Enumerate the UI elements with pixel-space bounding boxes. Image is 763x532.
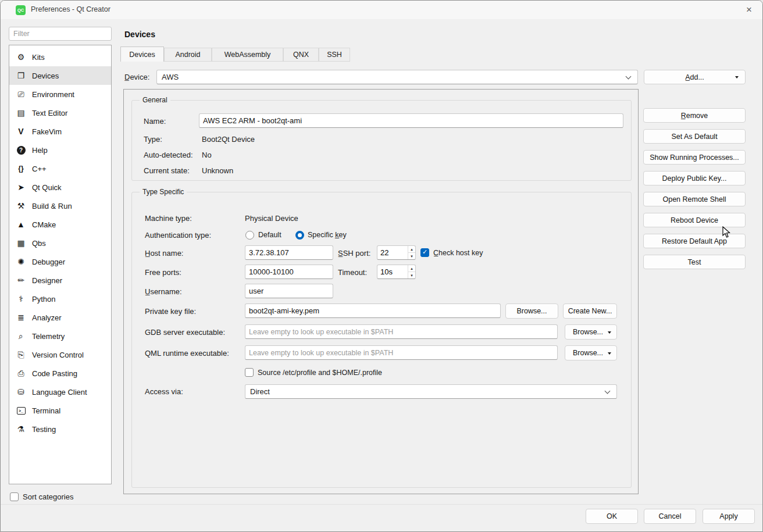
apply-button[interactable]: Apply xyxy=(703,509,755,524)
name-label: Name: xyxy=(144,115,166,127)
auth-specific-key-label[interactable]: Specific k̲ey xyxy=(308,228,347,241)
spin-down-icon[interactable]: ▼ xyxy=(408,253,415,259)
type-specific-group-title: Type Specific xyxy=(140,188,187,196)
add-button-label: A̲dd... xyxy=(685,73,704,81)
source-profile-checkbox[interactable] xyxy=(245,368,254,377)
reboot-device-label: Reboot Device xyxy=(671,216,718,224)
private-key-file-input[interactable] xyxy=(245,304,501,318)
timeout-input[interactable] xyxy=(377,265,408,279)
sidebar-item-text-editor[interactable]: ▤Text Editor xyxy=(9,103,111,122)
browse-label: Browse... xyxy=(516,307,547,315)
sidebar-item-label: Designer xyxy=(32,276,62,285)
tab-ssh[interactable]: SSH xyxy=(319,48,350,62)
machine-type-label: Machine type: xyxy=(145,212,192,224)
auth-default-label[interactable]: Default xyxy=(258,228,281,241)
spin-up-icon[interactable]: ▲ xyxy=(408,246,415,253)
device-combobox-value: AWS xyxy=(162,73,179,81)
sidebar-item-label: Python xyxy=(32,295,55,304)
sidebar-item-kits[interactable]: ⚙Kits xyxy=(9,48,111,66)
set-as-default-button[interactable]: Set As Default xyxy=(643,129,746,144)
sidebar-item-label: Debugger xyxy=(32,258,65,266)
device-combobox[interactable]: AWS xyxy=(156,70,638,84)
create-new-label: Create New... xyxy=(568,307,612,315)
auth-default-radio[interactable] xyxy=(245,231,254,240)
source-profile-label[interactable]: Source /etc/profile and $HOME/.profile xyxy=(258,366,382,379)
host-name-input[interactable] xyxy=(245,245,333,260)
gdb-server-input[interactable] xyxy=(245,324,558,339)
tab-devices[interactable]: Devices xyxy=(120,47,164,62)
open-remote-shell-button[interactable]: Open Remote Shell xyxy=(643,192,746,206)
show-running-processes-button[interactable]: Show Running Processes... xyxy=(643,150,746,165)
tab-webassembly[interactable]: WebAssembly xyxy=(212,48,283,62)
ok-button[interactable]: OK xyxy=(586,509,638,524)
ok-label: OK xyxy=(607,512,617,520)
clipboard-icon: ⎙ xyxy=(15,368,27,379)
sidebar-item-testing[interactable]: ⚗Testing xyxy=(9,420,111,438)
host-name-label: H̲ost name: xyxy=(145,247,183,259)
reboot-device-button[interactable]: Reboot Device xyxy=(643,213,746,227)
sidebar-item-help[interactable]: ?Help xyxy=(9,141,111,159)
check-host-key-checkbox[interactable] xyxy=(420,248,429,257)
browse-gdb-button[interactable]: Browse... xyxy=(565,324,617,340)
spin-up-icon[interactable]: ▲ xyxy=(408,265,415,272)
deploy-public-key-button[interactable]: Deploy Public Key... xyxy=(643,171,746,185)
sidebar-item-qt-quick[interactable]: ➤Qt Quick xyxy=(9,178,111,197)
sidebar-item-analyzer[interactable]: ≣Analyzer xyxy=(9,308,111,327)
sidebar-item-label: Code Pasting xyxy=(32,369,77,378)
sidebar-item-devices[interactable]: ❐Devices xyxy=(9,66,111,85)
timeout-spinbox[interactable]: ▲ ▼ xyxy=(377,265,416,279)
sidebar-item-cmake[interactable]: ▲CMake xyxy=(9,215,111,234)
type-value: Boot2Qt Device xyxy=(202,133,255,145)
sidebar-item-label: Kits xyxy=(32,53,45,62)
restore-default-app-button[interactable]: Restore Default App xyxy=(643,234,746,248)
chevron-down-icon xyxy=(605,388,611,394)
add-button[interactable]: A̲dd... xyxy=(644,70,746,84)
sort-categories-checkbox[interactable] xyxy=(10,492,19,501)
auth-specific-key-radio[interactable] xyxy=(295,231,304,240)
free-ports-label: Free ports: xyxy=(145,266,181,279)
preferences-dialog: QC Preferences - Qt Creator × ⚙Kits ❐Dev… xyxy=(0,0,763,532)
gdb-server-label: GDB server executable: xyxy=(145,326,225,338)
qml-runtime-input[interactable] xyxy=(245,345,558,360)
browse-qml-button[interactable]: Browse... xyxy=(565,345,617,360)
dropdown-arrow-icon xyxy=(608,331,611,334)
ssh-port-spinbox[interactable]: ▲ ▼ xyxy=(377,245,416,260)
tab-android[interactable]: Android xyxy=(164,48,212,62)
access-via-combobox[interactable]: Direct xyxy=(245,384,617,399)
free-ports-input[interactable] xyxy=(245,265,333,279)
set-as-default-label: Set As Default xyxy=(671,133,717,141)
sidebar-item-language-client[interactable]: ⛁Language Client xyxy=(9,383,111,401)
kits-icon: ⚙ xyxy=(15,52,27,62)
check-host-key-label[interactable]: C̲heck host key xyxy=(433,247,483,259)
sidebar-item-build-run[interactable]: ⚒Build & Run xyxy=(9,197,111,215)
sidebar-item-version-control[interactable]: ⎘Version Control xyxy=(9,345,111,364)
sidebar-item-code-pasting[interactable]: ⎙Code Pasting xyxy=(9,364,111,383)
sidebar-item-qbs[interactable]: ▦Qbs xyxy=(9,234,111,252)
private-key-file-label: Private key file: xyxy=(145,305,196,317)
sidebar-item-python[interactable]: ⚕Python xyxy=(9,290,111,308)
show-running-processes-label: Show Running Processes... xyxy=(650,153,739,162)
browse-private-key-button[interactable]: Browse... xyxy=(505,304,558,319)
cancel-button[interactable]: Cancel xyxy=(644,509,696,524)
test-button[interactable]: Test xyxy=(643,255,746,269)
close-icon[interactable]: × xyxy=(736,1,762,19)
sidebar-item-environment[interactable]: ⎚Environment xyxy=(9,85,111,103)
filter-input[interactable] xyxy=(9,27,112,41)
remove-button[interactable]: R̲emove xyxy=(643,108,746,123)
sidebar-item-terminal[interactable]: >_Terminal xyxy=(9,401,111,420)
ssh-port-input[interactable] xyxy=(377,246,408,259)
sidebar-item-cpp[interactable]: {}C++ xyxy=(9,159,111,178)
sidebar-item-label: Qt Quick xyxy=(32,183,62,192)
spin-down-icon[interactable]: ▼ xyxy=(408,272,415,279)
qml-runtime-label: QML runtime executable: xyxy=(145,347,229,359)
access-via-value: Direct xyxy=(250,387,270,396)
create-new-key-button[interactable]: Create New... xyxy=(563,304,617,319)
username-input[interactable] xyxy=(245,284,333,298)
sidebar-item-label: Environment xyxy=(32,90,74,99)
name-input[interactable] xyxy=(199,113,623,128)
sidebar-item-telemetry[interactable]: ⌕Telemetry xyxy=(9,327,111,345)
sidebar-item-designer[interactable]: ✏Designer xyxy=(9,271,111,290)
sidebar-item-fakevim[interactable]: VFakeVim xyxy=(9,122,111,141)
sidebar-item-debugger[interactable]: ✺Debugger xyxy=(9,252,111,271)
tab-qnx[interactable]: QNX xyxy=(283,48,319,62)
